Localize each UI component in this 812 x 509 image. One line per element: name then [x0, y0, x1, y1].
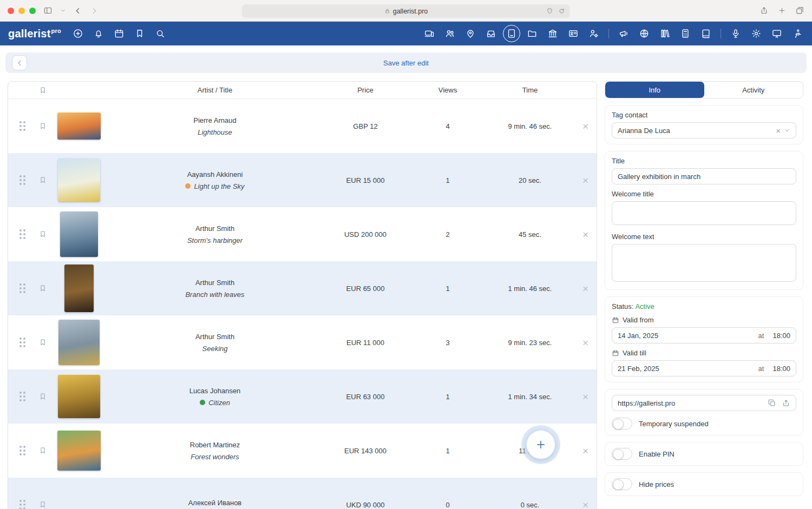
remove-row-icon[interactable]: ×	[582, 121, 588, 131]
bookmarks-icon[interactable]	[130, 24, 149, 43]
tab-info[interactable]: Info	[605, 82, 704, 98]
tab-activity[interactable]: Activity	[704, 82, 803, 98]
valid-till-input[interactable]: 21 Feb, 2025 at 18:00	[612, 360, 796, 376]
valid-from-date[interactable]: 14 Jan, 2025	[618, 332, 658, 340]
remove-row-icon[interactable]: ×	[582, 229, 588, 240]
save-after-edit-link[interactable]: Save after edit	[383, 59, 429, 67]
table-row[interactable]: Arthur Smith Storm's harbinger USD 200 0…	[8, 207, 597, 261]
remove-row-icon[interactable]: ×	[582, 500, 588, 509]
user-settings-icon[interactable]	[585, 24, 603, 43]
drag-handle-icon[interactable]	[19, 446, 25, 455]
bookmark-icon[interactable]	[38, 122, 47, 130]
calculator-icon[interactable]	[676, 24, 695, 43]
close-window-button[interactable]	[8, 8, 14, 14]
table-row[interactable]: Pierre Arnaud Lighthouse GBP 12 4 9 min.…	[8, 99, 597, 153]
table-row[interactable]: Robert Martinez Forest wonders EUR 143 0…	[8, 424, 597, 478]
remove-row-icon[interactable]: ×	[582, 392, 588, 402]
valid-from-time[interactable]: 18:00	[772, 332, 790, 340]
assistant-icon[interactable]	[788, 24, 807, 43]
title-input[interactable]	[612, 168, 796, 184]
zoom-window-button[interactable]	[29, 8, 36, 14]
megaphone-icon[interactable]	[614, 24, 633, 43]
address-bar[interactable]: gallerist.pro	[242, 4, 570, 18]
notifications-icon[interactable]	[89, 24, 108, 43]
drag-handle-icon[interactable]	[19, 283, 25, 293]
bookmark-icon[interactable]	[38, 500, 47, 509]
temporary-suspended-toggle[interactable]	[612, 418, 632, 429]
museum-icon[interactable]	[543, 24, 562, 43]
clear-tag-icon[interactable]: ×	[772, 126, 784, 135]
valid-till-date[interactable]: 21 Feb, 2025	[618, 365, 659, 373]
contacts-icon[interactable]	[564, 24, 582, 43]
table-row[interactable]: Aayansh Akkineni Light up the Sky EUR 15…	[8, 153, 597, 207]
share-link-icon[interactable]	[782, 399, 790, 407]
enable-pin-toggle[interactable]	[612, 448, 632, 460]
users-icon[interactable]	[441, 24, 459, 43]
settings-icon[interactable]	[747, 24, 765, 43]
share-icon[interactable]	[759, 6, 769, 15]
new-tab-icon[interactable]	[778, 6, 786, 15]
remove-row-icon[interactable]: ×	[582, 446, 588, 456]
valid-till-time[interactable]: 18:00	[772, 365, 790, 373]
artwork-thumbnail[interactable]	[60, 211, 98, 257]
remove-row-icon[interactable]: ×	[582, 338, 588, 348]
artwork-thumbnail[interactable]	[64, 265, 94, 312]
drag-handle-icon[interactable]	[19, 338, 25, 347]
drag-handle-icon[interactable]	[19, 175, 25, 185]
tag-contact-select[interactable]: Arianna De Luca ×	[612, 122, 796, 138]
welcome-text-input[interactable]	[612, 244, 796, 282]
drag-handle-icon[interactable]	[19, 229, 25, 239]
bookmark-icon[interactable]	[38, 392, 47, 401]
display-icon[interactable]	[768, 24, 786, 43]
privacy-icon[interactable]	[546, 8, 553, 15]
sidebar-toggle-icon[interactable]	[43, 6, 53, 15]
table-row[interactable]: Алексей Иванов UKD 90 000 0 0 sec. ×	[8, 478, 597, 509]
share-url-field[interactable]: https://gallerist.pro	[612, 395, 796, 411]
folder-icon[interactable]	[523, 24, 541, 43]
artwork-thumbnail[interactable]	[58, 375, 100, 418]
drag-handle-icon[interactable]	[19, 121, 25, 131]
search-icon[interactable]	[151, 24, 169, 43]
chevron-down-icon[interactable]	[784, 127, 790, 134]
welcome-title-input[interactable]	[612, 201, 796, 225]
bookmark-icon[interactable]	[38, 230, 47, 239]
table-row[interactable]: Arthur Smith Branch with leaves EUR 65 0…	[8, 261, 597, 315]
bookmark-icon[interactable]	[38, 446, 47, 455]
valid-from-input[interactable]: 14 Jan, 2025 at 18:00	[612, 327, 796, 343]
artwork-thumbnail[interactable]	[57, 431, 101, 471]
artwork-thumbnail[interactable]	[58, 320, 100, 365]
bookmark-icon[interactable]	[38, 338, 47, 347]
back-icon[interactable]	[74, 6, 82, 15]
refresh-icon[interactable]	[558, 8, 565, 15]
location-icon[interactable]	[461, 24, 480, 43]
globe-icon[interactable]	[635, 24, 653, 43]
copy-icon[interactable]	[768, 399, 776, 407]
book-icon[interactable]	[697, 24, 715, 43]
bookmark-icon[interactable]	[38, 284, 47, 293]
hide-prices-toggle[interactable]	[612, 478, 632, 490]
drag-handle-icon[interactable]	[19, 500, 25, 509]
artwork-thumbnail[interactable]	[58, 158, 100, 202]
tab-group-chevron-icon[interactable]	[60, 8, 66, 14]
devices-icon[interactable]	[420, 24, 438, 43]
show-tabs-icon[interactable]	[795, 6, 804, 15]
mic-icon[interactable]	[726, 24, 745, 43]
library-icon[interactable]	[656, 24, 674, 43]
minimize-window-button[interactable]	[18, 8, 25, 14]
exhibitions-icon[interactable]	[503, 25, 520, 42]
inbox-icon[interactable]	[482, 24, 500, 43]
forward-icon[interactable]	[90, 6, 99, 15]
bookmark-column-icon[interactable]	[38, 86, 47, 95]
artwork-thumbnail[interactable]	[57, 113, 101, 140]
calendar-icon[interactable]	[110, 24, 128, 43]
add-artwork-button[interactable]	[526, 430, 555, 459]
table-row[interactable]: Arthur Smith Seeking EUR 11 000 3 9 min.…	[8, 315, 597, 369]
app-logo[interactable]: galleristpro	[8, 28, 61, 40]
remove-row-icon[interactable]: ×	[582, 283, 588, 294]
back-button[interactable]	[12, 55, 27, 70]
table-row[interactable]: Lucas Johansen Citizen EUR 63 000 1 1 mi…	[8, 369, 597, 424]
bookmark-icon[interactable]	[38, 176, 47, 184]
add-icon[interactable]	[69, 24, 87, 43]
drag-handle-icon[interactable]	[19, 392, 25, 401]
remove-row-icon[interactable]: ×	[582, 175, 588, 186]
